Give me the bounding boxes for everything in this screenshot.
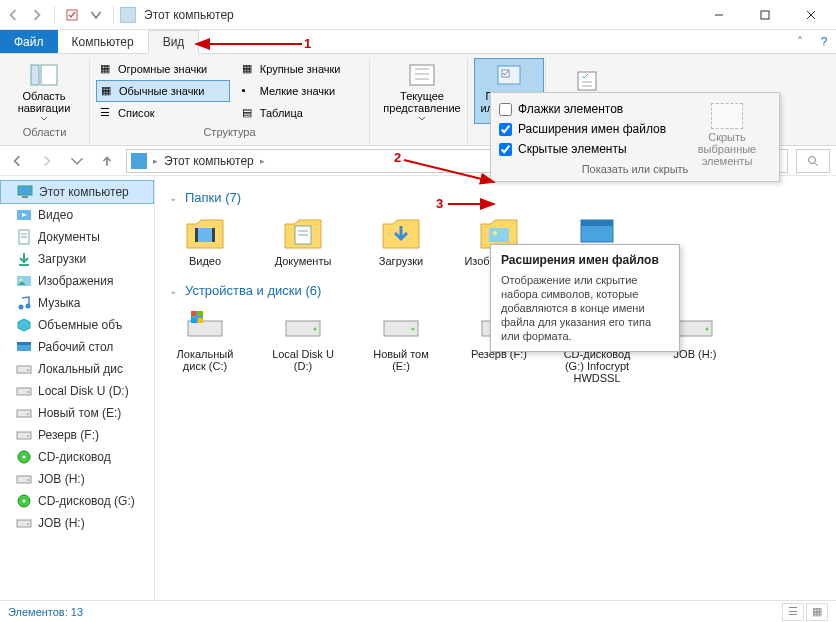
3d-icon — [16, 317, 32, 333]
checkbox-extensions[interactable] — [499, 123, 512, 136]
sidebar-item[interactable]: Local Disk U (D:) — [0, 380, 154, 402]
svg-point-35 — [27, 391, 29, 393]
maximize-button[interactable] — [742, 0, 788, 30]
svg-rect-36 — [17, 410, 31, 417]
minimize-button[interactable] — [696, 0, 742, 30]
sidebar-item[interactable]: Этот компьютер — [0, 180, 154, 204]
search-box[interactable] — [796, 149, 830, 173]
sidebar-item[interactable]: Объемные объ — [0, 314, 154, 336]
drive-icon — [16, 427, 32, 443]
svg-rect-6 — [41, 65, 57, 85]
help-icon[interactable]: ? — [812, 30, 836, 53]
checkbox-item-flags[interactable]: Флажки элементов — [499, 99, 669, 119]
drive-item[interactable]: Новый том (E:) — [365, 306, 437, 384]
svg-point-43 — [27, 479, 29, 481]
nav-back-button[interactable] — [6, 150, 28, 172]
doc-icon — [282, 213, 324, 251]
title-bar: Этот компьютер — [0, 0, 836, 30]
svg-rect-46 — [17, 520, 31, 527]
sidebar-item-label: JOB (H:) — [38, 472, 85, 486]
current-view-button[interactable]: Текущее представление — [376, 58, 468, 124]
window-title: Этот компьютер — [136, 8, 234, 22]
view-details-button[interactable]: ☰ — [782, 603, 804, 621]
item-label: Локальный диск (C:) — [169, 348, 241, 372]
status-text: Элементов: 13 — [8, 606, 83, 618]
ribbon-collapse-icon[interactable]: ˄ — [788, 30, 812, 53]
hide-selected-button[interactable]: Скрыть выбранные элементы — [683, 103, 771, 167]
svg-rect-42 — [17, 476, 31, 483]
sidebar-item-label: Объемные объ — [38, 318, 122, 332]
layout-list[interactable]: ☰Список — [96, 102, 230, 124]
svg-rect-5 — [31, 65, 39, 85]
sidebar-item[interactable]: CD-дисковод — [0, 446, 154, 468]
layout-normal[interactable]: ▦Обычные значки — [96, 80, 230, 102]
checkbox-hidden-items[interactable]: Скрытые элементы — [499, 139, 669, 159]
ribbon-tabs: Файл Компьютер Вид ˄ ? — [0, 30, 836, 54]
chevron-down-icon — [418, 116, 426, 121]
sidebar-item-label: CD-дисковод (G:) — [38, 494, 135, 508]
sidebar-item[interactable]: Музыка — [0, 292, 154, 314]
drive-item[interactable]: Local Disk U (D:) — [267, 306, 339, 384]
svg-rect-34 — [17, 388, 31, 395]
qat-dropdown-icon[interactable] — [85, 4, 107, 26]
sidebar-item-label: Изображения — [38, 274, 113, 288]
svg-point-55 — [493, 231, 497, 235]
layout-huge[interactable]: ▦Огромные значки — [96, 58, 230, 80]
main-area: Этот компьютерВидеоДокументыЗагрузкиИзоб… — [0, 176, 836, 600]
folder-item[interactable]: Документы — [267, 213, 339, 267]
sidebar-item[interactable]: Видео — [0, 204, 154, 226]
layout-gallery[interactable]: ▦Огромные значки ▦Крупные значки ▦Обычны… — [96, 58, 363, 124]
sidebar-item-label: Резерв (F:) — [38, 428, 99, 442]
svg-point-66 — [314, 328, 317, 331]
qat-forward-icon[interactable] — [26, 4, 48, 26]
folder-item[interactable]: Видео — [169, 213, 241, 267]
drive-icon — [16, 515, 32, 531]
nav-recent-button[interactable] — [66, 150, 88, 172]
sidebar-item[interactable]: Новый том (E:) — [0, 402, 154, 424]
view-icons-button[interactable]: ▦ — [806, 603, 828, 621]
sidebar-item[interactable]: Локальный дис — [0, 358, 154, 380]
sidebar-item[interactable]: CD-дисковод (G:) — [0, 490, 154, 512]
checkbox-hidden[interactable] — [499, 143, 512, 156]
checkbox-flags[interactable] — [499, 103, 512, 116]
nav-forward-button[interactable] — [36, 150, 58, 172]
cd-icon — [16, 493, 32, 509]
svg-point-75 — [706, 328, 709, 331]
sidebar-item[interactable]: Рабочий стол — [0, 336, 154, 358]
nav-up-button[interactable] — [96, 150, 118, 172]
qat-properties-icon[interactable] — [61, 4, 83, 26]
tab-file[interactable]: Файл — [0, 30, 58, 53]
tab-view[interactable]: Вид — [148, 30, 200, 54]
layout-small[interactable]: ▪Мелкие значки — [238, 80, 363, 102]
breadcrumb[interactable]: Этот компьютер — [164, 154, 254, 168]
sidebar-item[interactable]: Документы — [0, 226, 154, 248]
svg-point-16 — [809, 156, 816, 163]
svg-point-27 — [20, 279, 23, 282]
folders-header[interactable]: ⌄ Папки (7) — [169, 190, 822, 205]
content-area[interactable]: ⌄ Папки (7) ВидеоДокументыЗагрузкиИзобра… — [155, 176, 836, 600]
layout-large[interactable]: ▦Крупные значки — [238, 58, 363, 80]
tab-computer[interactable]: Компьютер — [58, 30, 148, 53]
close-button[interactable] — [788, 0, 834, 30]
svg-rect-54 — [489, 228, 509, 242]
svg-rect-38 — [17, 432, 31, 439]
sidebar-item[interactable]: Загрузки — [0, 248, 154, 270]
item-label: Документы — [275, 255, 332, 267]
chevron-right-icon[interactable]: ▸ — [260, 156, 265, 166]
drive-icon — [16, 361, 32, 377]
group-areas-label: Области — [6, 124, 83, 140]
checkbox-file-extensions[interactable]: Расширения имен файлов — [499, 119, 669, 139]
layout-table[interactable]: ▤Таблица — [238, 102, 363, 124]
nav-pane-button[interactable]: Область навигации — [6, 58, 82, 124]
sidebar: Этот компьютерВидеоДокументыЗагрузкиИзоб… — [0, 176, 155, 600]
qat-back-icon[interactable] — [2, 4, 24, 26]
current-view-icon — [407, 62, 437, 88]
sidebar-item-label: Загрузки — [38, 252, 86, 266]
sidebar-item[interactable]: JOB (H:) — [0, 468, 154, 490]
sidebar-item[interactable]: Резерв (F:) — [0, 424, 154, 446]
down-icon — [380, 213, 422, 251]
sidebar-item[interactable]: Изображения — [0, 270, 154, 292]
drive-item[interactable]: Локальный диск (C:) — [169, 306, 241, 384]
sidebar-item[interactable]: JOB (H:) — [0, 512, 154, 534]
folder-item[interactable]: Загрузки — [365, 213, 437, 267]
